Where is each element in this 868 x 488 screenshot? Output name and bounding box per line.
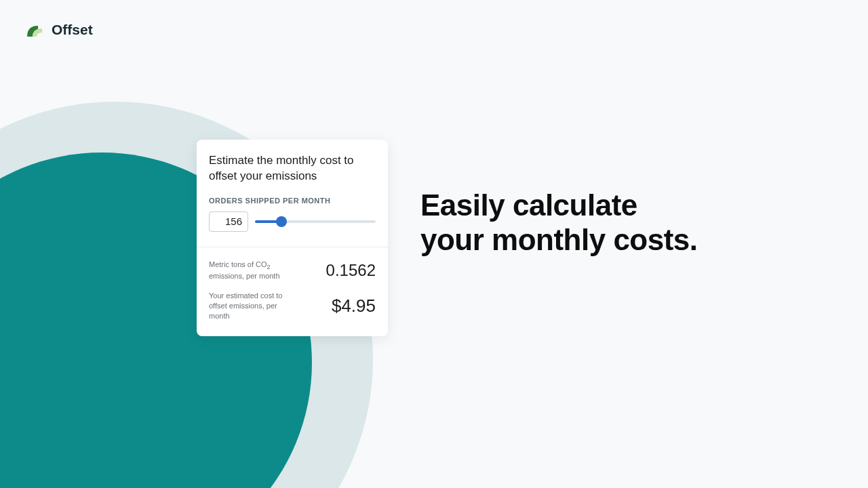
cost-value: $4.95: [332, 296, 376, 317]
emissions-label-part1: Metric tons of CO: [209, 260, 267, 268]
orders-controls: [209, 211, 376, 232]
emissions-row: Metric tons of CO2 emissions, per month …: [209, 260, 376, 281]
slider-thumb[interactable]: [276, 216, 287, 227]
card-results-section: Metric tons of CO2 emissions, per month …: [197, 247, 388, 336]
card-title: Estimate the monthly cost to offset your…: [209, 153, 376, 184]
brand-logo: Offset: [24, 20, 93, 39]
emissions-value: 0.1562: [326, 261, 376, 280]
leaf-icon: [24, 20, 43, 39]
cost-label: Your estimated cost to offset emissions,…: [209, 291, 297, 321]
orders-input[interactable]: [209, 211, 248, 232]
estimate-card: Estimate the monthly cost to offset your…: [197, 140, 388, 336]
cost-label-part2: offset emissions, per month: [209, 302, 277, 320]
cost-label-part1: Your estimated cost to: [209, 291, 282, 300]
cost-row: Your estimated cost to offset emissions,…: [209, 291, 376, 321]
orders-label: ORDERS SHIPPED PER MONTH: [209, 197, 376, 205]
orders-slider[interactable]: [255, 211, 376, 232]
headline-line-1: Easily calculate: [420, 188, 637, 222]
card-inputs-section: Estimate the monthly cost to offset your…: [197, 140, 388, 247]
headline-line-2: your monthly costs.: [420, 223, 698, 256]
co2-subscript: 2: [267, 264, 271, 270]
emissions-label: Metric tons of CO2 emissions, per month: [209, 260, 280, 281]
emissions-label-part2: emissions, per month: [209, 272, 280, 280]
page-headline: Easily calculate your monthly costs.: [420, 188, 698, 257]
brand-name: Offset: [52, 22, 93, 38]
